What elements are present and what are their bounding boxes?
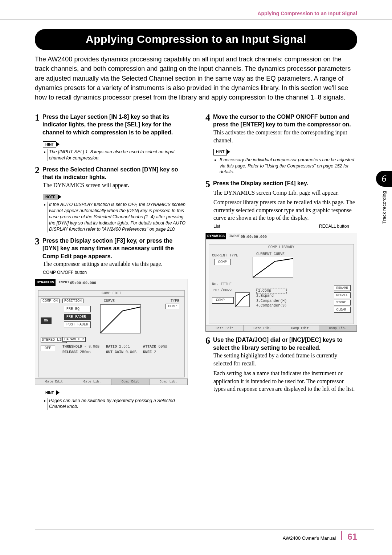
step-heading: Use the [DATA/JOG] dial or [INC]/[DEC] k… — [213, 336, 357, 352]
current-curve-graph — [253, 257, 293, 278]
list-header: No. TITLE — [212, 281, 351, 287]
store-button[interactable]: STORE — [334, 300, 351, 305]
step-body: The compressor settings are available vi… — [43, 260, 188, 268]
intro-paragraph: The AW2400 provides dynamics processing … — [35, 54, 357, 102]
step-body: Each setting has a name that indicates t… — [213, 369, 357, 393]
panel-time: 00:00:00.000 — [241, 235, 267, 240]
hint-text: If necessary the individual compressor p… — [220, 157, 357, 175]
tab-gate-edit[interactable]: Gate Edit — [206, 325, 244, 331]
stereo-link-toggle[interactable]: OFF — [41, 345, 55, 352]
current-curve-label: CURRENT CURVE — [256, 252, 285, 257]
tab-gate-edit[interactable]: Gate Edit — [35, 379, 73, 385]
step-2: 2 Press the Selected Channel section [DY… — [35, 166, 188, 181]
clear-button[interactable]: CLEAR — [334, 307, 351, 313]
pos-option-pre-fader[interactable]: PRE FADER — [64, 314, 91, 320]
step-number: 2 — [35, 166, 40, 175]
comp-on-toggle[interactable]: ON — [41, 317, 52, 324]
callout-list: List — [213, 223, 220, 229]
param-attack[interactable]: ATTACK 60ms — [143, 344, 167, 349]
current-type-value: COMP — [214, 259, 231, 266]
type-value: COMP — [166, 304, 179, 309]
step-number: 1 — [35, 113, 40, 122]
panel-title: DYNAMICS — [206, 233, 226, 240]
recall-button[interactable]: RECALL — [334, 292, 351, 298]
section-title: Applying Compression to an Input Signal — [35, 29, 357, 50]
manual-title: AW2400 Owner's Manual — [283, 535, 336, 542]
lib-item-2[interactable]: 2.Expand — [256, 293, 287, 299]
pos-option-post-fader[interactable]: POST FADER — [64, 321, 91, 328]
dynamics-comp-edit-screenshot: DYNAMICS INPUT 1 00:00:00.000 COMP EDIT … — [35, 279, 188, 385]
step-6: 6 Use the [DATA/JOG] dial or [INC]/[DEC]… — [205, 336, 357, 352]
dynamics-comp-lib-screenshot: DYNAMICS INPUT 1 00:00:00.000 COMP LIBRA… — [205, 233, 357, 332]
step-1: 1 Press the Layer section [IN 1-8] key s… — [35, 113, 188, 137]
step-number: 3 — [35, 237, 40, 246]
page-number: 61 — [347, 531, 357, 543]
step-4: 4 Move the cursor to the COMP ON/OFF but… — [205, 113, 357, 129]
step-number: 5 — [205, 179, 210, 189]
step-heading: Press the Display section [F4] key. — [213, 179, 357, 187]
panel-time: 00:00:00.000 — [70, 281, 96, 286]
lib-item-4[interactable]: 4.Compander(S) — [256, 303, 287, 308]
callout-recall-button: RECALL button — [319, 223, 349, 229]
step-body: This activates the compressor for the co… — [213, 129, 357, 144]
type-curve-thumb — [235, 292, 250, 307]
left-column: 1 Press the Layer section [IN 1-8] key s… — [35, 109, 188, 410]
tab-gate-lib[interactable]: Gate Lib. — [73, 379, 111, 385]
position-button[interactable]: POSITION — [62, 299, 83, 303]
step-heading: Press the Selected Channel section [DYN]… — [42, 166, 188, 181]
hint-tag: HINT — [43, 141, 56, 148]
pos-option-pre-eq[interactable]: PRE EQ — [64, 306, 91, 312]
running-header: Applying Compression to an Input Signal — [0, 0, 392, 20]
param-release[interactable]: RELEASE 250ms — [62, 350, 99, 355]
footer-separator — [341, 531, 342, 540]
step-heading: Press the Display section [F3] key, or p… — [42, 237, 188, 260]
step-heading: Press the Layer section [IN 1-8] key so … — [42, 113, 188, 137]
tab-comp-edit[interactable]: Comp Edit — [281, 325, 319, 331]
param-knee[interactable]: KNEE 2 — [143, 350, 167, 355]
section-label: COMP LIBRARY — [209, 244, 354, 251]
tab-comp-edit[interactable]: Comp Edit — [111, 379, 150, 385]
tab-gate-lib[interactable]: Gate Lib. — [244, 325, 281, 331]
right-column: 4 Move the cursor to the COMP ON/OFF but… — [205, 109, 357, 410]
note-text: If the AUTO DISPLAY function is set to O… — [49, 202, 188, 232]
parameter-label: PARAMETER — [62, 337, 86, 342]
param-threshold[interactable]: THRESHOLD - 8.0dB — [62, 344, 99, 349]
chapter-number: 6 — [376, 171, 392, 187]
lib-item-1[interactable]: 1.Comp — [256, 288, 287, 294]
hint-tag: HINT — [213, 149, 227, 155]
type-curve-label: TYPE/CURVE — [212, 288, 234, 293]
chapter-tab: 6 Track recording — [376, 171, 392, 251]
step-body: Compressor library presets can be recall… — [213, 198, 357, 222]
page-footer: AW2400 Owner's Manual 61 — [283, 531, 357, 543]
figure-caption: COMP ON/OFF button — [43, 270, 188, 275]
hint-text: Pages can also be switched by repeatedly… — [49, 398, 188, 410]
lib-item-3[interactable]: 3.Compander(H) — [256, 299, 287, 304]
tab-comp-lib[interactable]: Comp Lib. — [150, 379, 188, 385]
step-body: The DYNAMICS screen Comp Lib. page will … — [213, 189, 357, 197]
step-body: The setting highlighted by a dotted fram… — [213, 352, 357, 367]
rename-button[interactable]: RENAME — [334, 285, 351, 291]
step-3: 3 Press the Display section [F3] key, or… — [35, 237, 188, 260]
comp-curve-graph — [100, 304, 141, 333]
hint-text: The [INPUT SEL] 1–8 keys can also be use… — [49, 149, 188, 161]
panel-title: DYNAMICS — [35, 279, 56, 286]
section-label: COMP EDIT — [38, 291, 184, 297]
hint-tag: HINT — [43, 390, 56, 396]
param-ratio[interactable]: RATIO 2.5:1 — [106, 344, 136, 349]
step-5: 5 Press the Display section [F4] key. — [205, 179, 357, 189]
comp-on-button[interactable]: COMP ON — [41, 299, 60, 303]
param-outgain[interactable]: OUT GAIN 0.0dB — [106, 350, 136, 355]
chapter-label: Track recording — [381, 191, 388, 224]
footer-rule — [35, 529, 374, 530]
tab-comp-lib[interactable]: Comp Lib. — [319, 325, 357, 331]
type-curve-value: COMP — [212, 297, 234, 304]
current-type-label: CURRENT TYPE — [212, 253, 238, 258]
step-number: 4 — [205, 113, 210, 122]
step-heading: Move the cursor to the COMP ON/OFF butto… — [213, 113, 357, 129]
type-label: TYPE — [166, 299, 179, 304]
step-body: The DYNAMICS screen will appear. — [43, 181, 188, 189]
step-number: 6 — [205, 336, 210, 345]
note-tag: NOTE — [43, 194, 58, 200]
curve-label: CURVE — [104, 299, 115, 304]
